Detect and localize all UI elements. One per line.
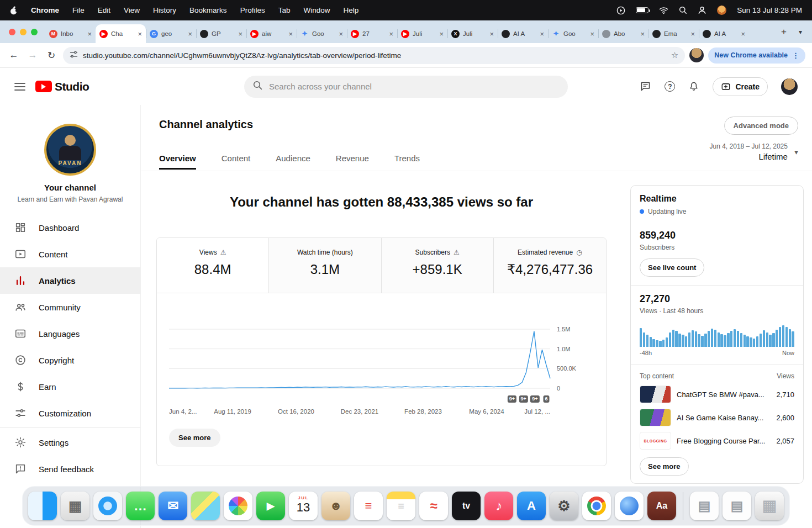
- browser-tab[interactable]: GP×: [196, 24, 246, 43]
- tab-close-icon[interactable]: ×: [741, 30, 745, 38]
- metric-watch-time-hours-[interactable]: Watch time (hours)3.1M: [269, 238, 381, 293]
- videos-published-badge[interactable]: 9+: [530, 395, 539, 403]
- dock-dictionary-icon[interactable]: Aa: [647, 492, 676, 520]
- browser-tab[interactable]: ✦Goo×: [297, 24, 347, 43]
- sidebar-item-content[interactable]: Content: [0, 241, 140, 267]
- dock-maps-icon[interactable]: [191, 492, 220, 520]
- browser-menu-icon[interactable]: ⋮: [792, 51, 799, 60]
- browser-tab[interactable]: ▶aiw×: [246, 24, 297, 43]
- browser-tab[interactable]: XJuli×: [447, 24, 498, 43]
- create-button[interactable]: Create: [713, 77, 768, 96]
- apple-logo-icon[interactable]: [10, 6, 18, 15]
- realtime-see-more-button[interactable]: See more: [640, 457, 689, 476]
- chrome-update-button[interactable]: New Chrome available ⋮: [708, 47, 805, 64]
- hamburger-menu-icon[interactable]: [14, 82, 25, 91]
- browser-tab[interactable]: Ggeo×: [146, 24, 196, 43]
- back-icon[interactable]: ←: [7, 50, 21, 61]
- sidebar-item-customization[interactable]: Customization: [0, 400, 140, 426]
- studio-logo[interactable]: Studio: [35, 80, 89, 93]
- tab-close-icon[interactable]: ×: [188, 30, 192, 38]
- see-live-count-button[interactable]: See live count: [640, 258, 704, 277]
- browser-tab[interactable]: ▶Cha×: [96, 24, 146, 43]
- sidebar-item-earn[interactable]: Earn: [0, 373, 140, 400]
- dock-contacts-icon[interactable]: ☻: [321, 492, 350, 520]
- forward-icon[interactable]: →: [25, 50, 40, 61]
- dock-trash-icon[interactable]: ▦: [755, 492, 784, 520]
- tab-close-icon[interactable]: ×: [238, 30, 242, 38]
- dock-app-store-icon[interactable]: A: [517, 492, 546, 520]
- menu-help[interactable]: Help: [343, 6, 358, 14]
- close-window-button[interactable]: [9, 29, 15, 35]
- menu-chrome[interactable]: Chrome: [31, 6, 59, 14]
- reload-icon[interactable]: ↻: [44, 50, 59, 61]
- spotlight-search-icon[interactable]: [679, 6, 687, 14]
- menu-bookmarks[interactable]: Bookmarks: [189, 6, 227, 14]
- top-content-row[interactable]: ChatGPT Se BMW #pava...2,710: [640, 386, 794, 403]
- browser-tab[interactable]: Ema×: [648, 24, 699, 43]
- tab-audience[interactable]: Audience: [276, 154, 310, 163]
- dock-apple-tv-icon[interactable]: tv: [452, 492, 481, 520]
- sidebar-item-community[interactable]: Community: [0, 294, 140, 320]
- menu-file[interactable]: File: [72, 6, 85, 14]
- site-settings-icon[interactable]: [70, 50, 78, 61]
- sidebar-item-copyright[interactable]: Copyright: [0, 347, 140, 373]
- dock-voice-memos-icon[interactable]: ≈: [419, 492, 448, 520]
- dock-facetime-icon[interactable]: ▶: [256, 492, 285, 520]
- menu-tab[interactable]: Tab: [278, 6, 291, 14]
- browser-tab[interactable]: AI A×: [498, 24, 548, 43]
- tab-close-icon[interactable]: ×: [540, 30, 544, 38]
- advanced-mode-button[interactable]: Advanced mode: [724, 117, 798, 135]
- tab-overview[interactable]: Overview: [159, 154, 196, 163]
- tab-close-icon[interactable]: ×: [339, 30, 343, 38]
- menubar-clock[interactable]: Sun 13 Jul 8:28 PM: [737, 6, 802, 14]
- metric-estimated-revenue[interactable]: Estimated revenue◷₹4,276,477.36: [494, 238, 606, 293]
- videos-published-badge[interactable]: 6: [544, 395, 550, 403]
- menu-history[interactable]: History: [153, 6, 176, 14]
- tab-search-icon[interactable]: ▾: [792, 28, 809, 36]
- tab-close-icon[interactable]: ×: [590, 30, 594, 38]
- tab-close-icon[interactable]: ×: [640, 30, 645, 38]
- dock-notes-icon[interactable]: ≡: [387, 492, 415, 520]
- browser-tab[interactable]: Abo×: [598, 24, 648, 43]
- dock-document-2-icon[interactable]: ▤: [723, 492, 751, 520]
- dock-system-settings-icon[interactable]: ⚙: [550, 492, 578, 520]
- tab-close-icon[interactable]: ×: [87, 30, 92, 38]
- tab-content[interactable]: Content: [222, 154, 251, 163]
- search-input[interactable]: [269, 82, 559, 91]
- menubar-avatar[interactable]: [717, 6, 726, 15]
- sidebar-item-dashboard[interactable]: Dashboard: [0, 214, 140, 241]
- tab-close-icon[interactable]: ×: [288, 30, 293, 38]
- feedback-icon[interactable]: [640, 81, 651, 92]
- screen-mirroring-icon[interactable]: [616, 6, 625, 15]
- dock-mail-icon[interactable]: ✉: [159, 492, 187, 520]
- bookmark-star-icon[interactable]: ☆: [671, 50, 678, 60]
- address-bar[interactable]: studio.youtube.com/channel/UCghwm6uwnvbj…: [63, 47, 685, 64]
- sidebar-item-languages[interactable]: Languages: [0, 320, 140, 347]
- tab-close-icon[interactable]: ×: [389, 30, 393, 38]
- battery-icon[interactable]: [636, 7, 648, 13]
- new-tab-button[interactable]: +: [776, 27, 792, 38]
- menu-edit[interactable]: Edit: [98, 6, 110, 14]
- tab-close-icon[interactable]: ×: [489, 30, 494, 38]
- dock-launchpad-icon[interactable]: ▦: [61, 492, 89, 520]
- top-content-row[interactable]: AI Se Game Kaise Banay...2,600: [640, 409, 794, 426]
- dock-document-1-icon[interactable]: ▤: [690, 492, 719, 520]
- dock-finder-icon[interactable]: [28, 492, 57, 520]
- dock-reminders-icon[interactable]: ≡: [354, 492, 383, 520]
- menu-view[interactable]: View: [124, 6, 140, 14]
- studio-search-bar[interactable]: [244, 76, 568, 98]
- tab-close-icon[interactable]: ×: [439, 30, 444, 38]
- metric-views[interactable]: Views⚠88.4M: [157, 238, 269, 293]
- tab-revenue[interactable]: Revenue: [336, 154, 369, 163]
- dock-chrome-icon[interactable]: [582, 492, 611, 520]
- minimize-window-button[interactable]: [20, 29, 27, 35]
- menu-window[interactable]: Window: [303, 6, 330, 14]
- menu-profiles[interactable]: Profiles: [240, 6, 265, 14]
- browser-tab[interactable]: ▶Juli×: [397, 24, 447, 43]
- see-more-button[interactable]: See more: [169, 429, 220, 447]
- browser-tab[interactable]: ▶27×: [347, 24, 397, 43]
- browser-tab[interactable]: AI A×: [699, 24, 749, 43]
- tab-close-icon[interactable]: ×: [690, 30, 695, 38]
- date-range-picker[interactable]: Jun 4, 2018 – Jul 12, 2025 Lifetime ▾: [710, 142, 798, 161]
- browser-profile-avatar[interactable]: [689, 48, 704, 62]
